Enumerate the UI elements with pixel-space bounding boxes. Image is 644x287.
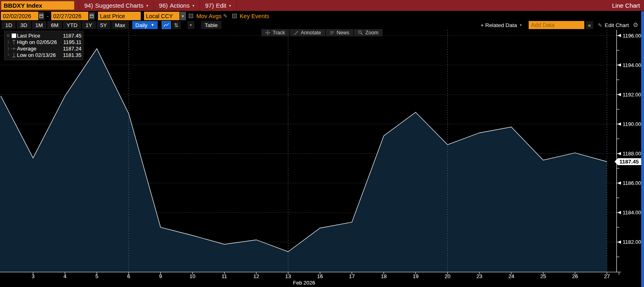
y-tick-arrow-icon: [617, 241, 621, 244]
period-button-ytd[interactable]: YTD: [63, 21, 81, 29]
mov-avgs-checkbox[interactable]: [189, 14, 193, 18]
y-tick-label: 1184.00: [623, 209, 641, 216]
chart-legend[interactable]: ⊟Last Price1187.45├High on 02/05/261195.…: [4, 31, 83, 60]
legend-value: 1195.11: [60, 39, 81, 45]
related-data-button[interactable]: + Related Data ▾: [477, 22, 525, 28]
add-data-input[interactable]: Add Data: [529, 21, 584, 29]
line-chart-type-button[interactable]: [162, 21, 171, 29]
key-events-label[interactable]: Key Events: [240, 13, 269, 19]
legend-value: 1181.35: [60, 52, 81, 58]
controls-row: 02/02/2026 - 02/27/2026 Last Price Local…: [0, 11, 644, 21]
y-tick-arrow-icon: [617, 152, 621, 155]
key-events-checkbox[interactable]: [232, 14, 237, 18]
x-tick-label: 9: [159, 273, 162, 279]
legend-value: 1187.45: [60, 33, 81, 39]
x-tick-label: 25: [540, 273, 546, 279]
chart-toolbar-row: 1D3D1M6MYTD1Y5YMax Daily ▼ ⇅ ▼ Table + R…: [0, 21, 644, 29]
x-tick-label: 5: [96, 273, 98, 279]
news-icon: [330, 31, 334, 35]
currency-selector[interactable]: Local CCY: [144, 12, 179, 20]
last-price-swatch: [11, 34, 17, 38]
period-button-1m[interactable]: 1M: [32, 21, 47, 29]
x-tick-label: 17: [349, 273, 354, 279]
y-tick-arrow-icon: [617, 211, 621, 214]
date-to-input[interactable]: 02/27/2026: [51, 12, 88, 20]
x-tick-label: 12: [253, 273, 259, 279]
x-tick-label: 6: [127, 273, 130, 279]
mov-avgs-pencil-icon[interactable]: ✎: [223, 13, 227, 19]
legend-row[interactable]: ├Average1187.24: [5, 45, 81, 52]
x-tick-label: 24: [509, 273, 514, 279]
period-button-3d[interactable]: 3D: [17, 21, 31, 29]
calendar-glyph: [40, 14, 43, 18]
chevron-down-icon: ▼: [151, 23, 154, 27]
security-input[interactable]: BBDXY Index: [1, 1, 75, 10]
legend-tree-glyph: ├: [5, 46, 11, 50]
zoom-icon: [358, 30, 363, 35]
menubar: 94)Suggested Charts▾96)Actions▾97)Edit▾: [79, 0, 237, 11]
x-tick-label: 20: [445, 273, 450, 279]
collapse-panel-button[interactable]: «: [586, 21, 593, 29]
menu-label: Suggested Charts: [95, 2, 144, 9]
mov-avgs-label[interactable]: Mov Avgs: [196, 13, 222, 19]
currency-dropdown-icon[interactable]: ▾: [180, 12, 186, 20]
x-tick-label: 26: [572, 273, 578, 279]
track-icon: [265, 30, 270, 35]
menu-edit[interactable]: 97)Edit▾: [200, 0, 237, 11]
chart-tool-zoom[interactable]: Zoom: [354, 29, 382, 36]
legend-tree-glyph: ├: [5, 40, 11, 44]
y-tick-label: 1190.00: [623, 121, 641, 127]
menu-number: 96): [159, 2, 168, 9]
period-buttons: 1D3D1M6MYTD1Y5YMax: [1, 21, 129, 29]
x-axis-month-label: Feb 2026: [293, 280, 315, 286]
axis-settings-button[interactable]: ⇅: [172, 21, 181, 29]
price-chart[interactable]: 1196.001194.001192.001190.001188.001186.…: [0, 29, 644, 287]
chart-tool-annotate[interactable]: Annotate: [290, 29, 325, 36]
sort-arrows-icon: ⇅: [174, 22, 179, 28]
x-tick-label: 18: [381, 273, 386, 279]
period-button-1y[interactable]: 1Y: [82, 21, 96, 29]
field-selector[interactable]: Last Price: [98, 12, 141, 20]
average-marker: [11, 46, 17, 51]
y-tick-arrow-icon: [617, 34, 621, 37]
menu-label: Edit: [216, 2, 226, 9]
period-button-max[interactable]: Max: [111, 21, 129, 29]
legend-row[interactable]: ⊟Last Price1187.45: [5, 32, 81, 39]
y-tick-arrow-icon: [617, 93, 621, 96]
chart-tool-label: Zoom: [365, 30, 378, 36]
edit-chart-button[interactable]: ✎ Edit Chart: [596, 22, 631, 28]
x-tick-label: 13: [285, 273, 291, 279]
x-tick-label: 11: [222, 273, 227, 279]
chart-type-dropdown[interactable]: ▼: [188, 21, 194, 29]
frequency-dropdown[interactable]: Daily ▼: [132, 21, 158, 29]
period-button-6m[interactable]: 6M: [47, 21, 62, 29]
chart-tool-label: Track: [273, 30, 285, 36]
legend-tree-glyph: ⊟: [5, 34, 11, 38]
gear-icon[interactable]: ⚙: [633, 21, 638, 29]
calendar-icon[interactable]: [38, 12, 44, 20]
menu-actions[interactable]: 96)Actions▾: [153, 0, 199, 11]
y-tick-label: 1192.00: [623, 92, 641, 98]
period-button-5y[interactable]: 5Y: [97, 21, 111, 29]
date-from-input[interactable]: 02/02/2026: [1, 12, 38, 20]
table-button[interactable]: Table: [201, 21, 221, 29]
chart-tool-news[interactable]: News: [326, 29, 353, 36]
menu-number: 94): [84, 2, 93, 9]
titlebar: BBDXY Index 94)Suggested Charts▾96)Actio…: [0, 0, 644, 11]
legend-row[interactable]: └Low on 02/13/261181.35: [5, 52, 81, 58]
chart-tool-label: Annotate: [301, 30, 321, 36]
chevron-down-icon: ▾: [229, 4, 231, 8]
calendar-icon[interactable]: [89, 12, 95, 20]
price-area-fill: [0, 49, 607, 272]
chart-tool-track[interactable]: Track: [261, 29, 289, 36]
x-tick-label: 27: [604, 273, 610, 279]
low-marker: [11, 52, 17, 58]
period-button-1d[interactable]: 1D: [2, 21, 16, 29]
chart-plot-area[interactable]: 1196.001194.001192.001190.001188.001186.…: [0, 29, 644, 287]
y-tick-label: 1186.00: [623, 180, 641, 186]
legend-row[interactable]: ├High on 02/05/261195.11: [5, 39, 81, 45]
chart-tools-bar: TrackAnnotateNewsZoom: [261, 29, 383, 36]
last-price-value: 1187.45: [619, 159, 639, 165]
menu-suggested-charts[interactable]: 94)Suggested Charts▾: [79, 0, 153, 11]
legend-label: High on 02/05/26: [17, 39, 60, 45]
